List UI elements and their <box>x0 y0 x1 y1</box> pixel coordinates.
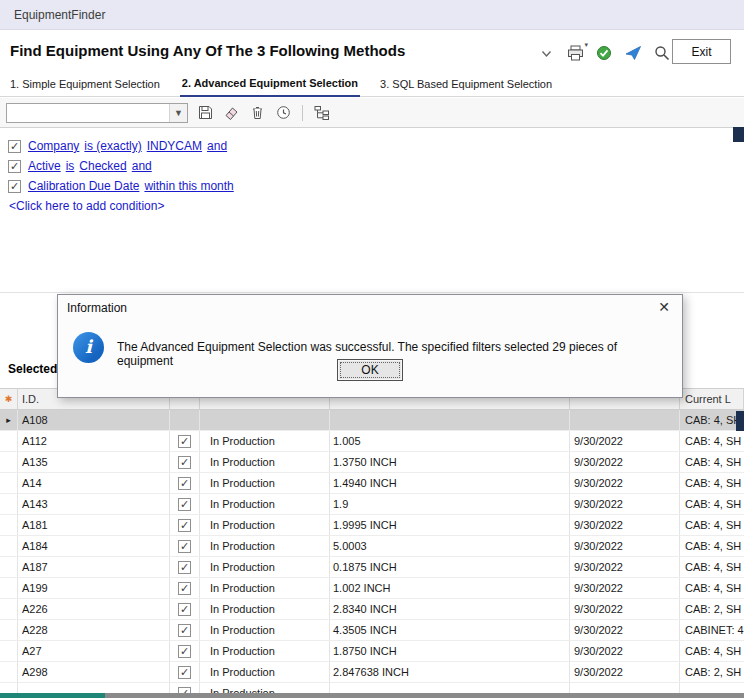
active-checkbox-icon[interactable] <box>178 687 191 694</box>
condition-operator-link[interactable]: is (exactly) <box>84 139 141 153</box>
asterisk-icon: ✱ <box>5 395 13 404</box>
row-select-marker <box>0 557 18 577</box>
cell-id: A226 <box>18 599 170 619</box>
filter-condition-row[interactable]: Company is (exactly) INDYCAM and <box>8 136 744 156</box>
cell-active <box>170 557 200 577</box>
cell-location: CAB: 4, SH <box>680 431 744 451</box>
filter-indicator-icon[interactable]: ✱ <box>0 389 18 409</box>
eraser-icon[interactable] <box>223 104 240 121</box>
active-checkbox-icon[interactable] <box>178 456 191 469</box>
hierarchy-icon[interactable] <box>313 104 330 121</box>
condition-field-link[interactable]: Company <box>28 139 79 153</box>
cell-location: CAB: 4, SH <box>680 452 744 472</box>
ok-button[interactable]: OK <box>337 359 403 381</box>
close-icon[interactable]: ✕ <box>658 299 670 315</box>
validate-icon[interactable] <box>595 44 613 62</box>
scrollbar-thumb[interactable] <box>0 693 105 698</box>
cell-size: 1.9 <box>330 494 570 514</box>
trash-icon[interactable] <box>249 104 266 121</box>
condition-value-link[interactable]: Checked <box>79 159 126 173</box>
active-checkbox-icon[interactable] <box>178 435 191 448</box>
active-checkbox-icon[interactable] <box>178 666 191 679</box>
cell-due-date: 9/30/2022 <box>570 557 680 577</box>
table-row[interactable]: A14In Production1.4940 INCH9/30/2022CAB:… <box>0 473 744 494</box>
cell-location: CAB: 4, SH <box>680 557 744 577</box>
cell-size: 1.4940 INCH <box>330 473 570 493</box>
add-condition-link[interactable]: <Click here to add condition> <box>9 199 744 213</box>
active-checkbox-icon[interactable] <box>178 519 191 532</box>
active-checkbox-icon[interactable] <box>178 477 191 490</box>
checkbox-checked-icon[interactable] <box>8 160 21 173</box>
cell-size: 2.8340 INCH <box>330 599 570 619</box>
cell-location: CABINET: 4 <box>680 620 744 640</box>
filter-condition-row[interactable]: Calibration Due Date within this month <box>8 176 744 196</box>
chevron-down-icon[interactable] <box>537 44 555 62</box>
chevron-down-icon[interactable]: ▼ <box>169 104 187 122</box>
window-titlebar[interactable]: EquipmentFinder <box>0 0 744 30</box>
cell-id: A143 <box>18 494 170 514</box>
cell-active <box>170 641 200 661</box>
bottom-scrollbar[interactable] <box>0 693 744 698</box>
condition-field-link[interactable]: Active <box>28 159 61 173</box>
table-row[interactable]: A228In Production4.3505 INCH9/30/2022CAB… <box>0 620 744 641</box>
cell-id <box>18 683 170 693</box>
table-row[interactable]: A112In Production1.0059/30/2022CAB: 4, S… <box>0 431 744 452</box>
tab-sql-based-equipment-selection[interactable]: 3. SQL Based Equipment Selection <box>378 78 554 96</box>
save-icon[interactable] <box>197 104 214 121</box>
cell-id: A27 <box>18 641 170 661</box>
search-icon[interactable] <box>653 44 671 62</box>
cell-active <box>170 515 200 535</box>
column-header-location[interactable]: Current L <box>680 389 744 409</box>
table-row[interactable]: A226In Production2.8340 INCH9/30/2022CAB… <box>0 599 744 620</box>
table-row[interactable]: A187In Production0.1875 INCH9/30/2022CAB… <box>0 557 744 578</box>
send-icon[interactable] <box>624 44 642 62</box>
active-checkbox-icon[interactable] <box>178 603 191 616</box>
active-checkbox-icon[interactable] <box>178 624 191 637</box>
active-checkbox-icon[interactable] <box>178 645 191 658</box>
row-select-marker <box>0 494 18 514</box>
table-row[interactable]: A298In Production2.847638 INCH9/30/2022C… <box>0 662 744 683</box>
toolbar-separator <box>302 105 303 121</box>
condition-operator-link[interactable]: is <box>66 159 75 173</box>
active-checkbox-icon[interactable] <box>178 561 191 574</box>
cell-active <box>170 578 200 598</box>
table-row[interactable]: ▸A108CAB: 4, SH <box>0 410 744 431</box>
cell-status: In Production <box>200 515 330 535</box>
filter-preset-combo[interactable]: ▼ <box>6 103 188 123</box>
table-row[interactable]: A135In Production1.3750 INCH9/30/2022CAB… <box>0 452 744 473</box>
condition-operator-link[interactable]: within this month <box>144 179 233 193</box>
cell-status: In Production <box>200 536 330 556</box>
table-row[interactable]: A184In Production5.00039/30/2022CAB: 4, … <box>0 536 744 557</box>
condition-join-link[interactable]: and <box>132 159 152 173</box>
cell-id: A108 <box>18 410 170 430</box>
table-row[interactable]: A143In Production1.99/30/2022CAB: 4, SH <box>0 494 744 515</box>
filter-toolbar: ▼ <box>0 98 744 128</box>
row-select-marker <box>0 662 18 682</box>
condition-value-link[interactable]: INDYCAM <box>147 139 202 153</box>
exit-button[interactable]: Exit <box>672 39 731 64</box>
active-checkbox-icon[interactable] <box>178 498 191 511</box>
cell-due-date: 9/30/2022 <box>570 536 680 556</box>
cell-due-date: 9/30/2022 <box>570 431 680 451</box>
dialog-title: Information <box>67 301 127 315</box>
condition-join-link[interactable]: and <box>207 139 227 153</box>
cell-location: CAB: 4, SH <box>680 410 744 430</box>
active-checkbox-icon[interactable] <box>178 540 191 553</box>
cell-size: 1.002 INCH <box>330 578 570 598</box>
condition-field-link[interactable]: Calibration Due Date <box>28 179 139 193</box>
table-row[interactable]: In Production <box>0 683 744 693</box>
printer-icon[interactable]: ▾ <box>566 44 584 62</box>
table-row[interactable]: A181In Production1.9995 INCH9/30/2022CAB… <box>0 515 744 536</box>
tab-advanced-equipment-selection[interactable]: 2. Advanced Equipment Selection <box>180 77 360 97</box>
cell-status: In Production <box>200 641 330 661</box>
filter-condition-row[interactable]: Active is Checked and <box>8 156 744 176</box>
checkbox-checked-icon[interactable] <box>8 140 21 153</box>
tab-simple-equipment-selection[interactable]: 1. Simple Equipment Selection <box>8 78 162 96</box>
cell-status: In Production <box>200 683 330 693</box>
checkbox-checked-icon[interactable] <box>8 180 21 193</box>
clock-icon[interactable] <box>275 104 292 121</box>
table-row[interactable]: A27In Production1.8750 INCH9/30/2022CAB:… <box>0 641 744 662</box>
active-checkbox-icon[interactable] <box>178 582 191 595</box>
table-row[interactable]: A199In Production1.002 INCH9/30/2022CAB:… <box>0 578 744 599</box>
cell-due-date: 9/30/2022 <box>570 473 680 493</box>
